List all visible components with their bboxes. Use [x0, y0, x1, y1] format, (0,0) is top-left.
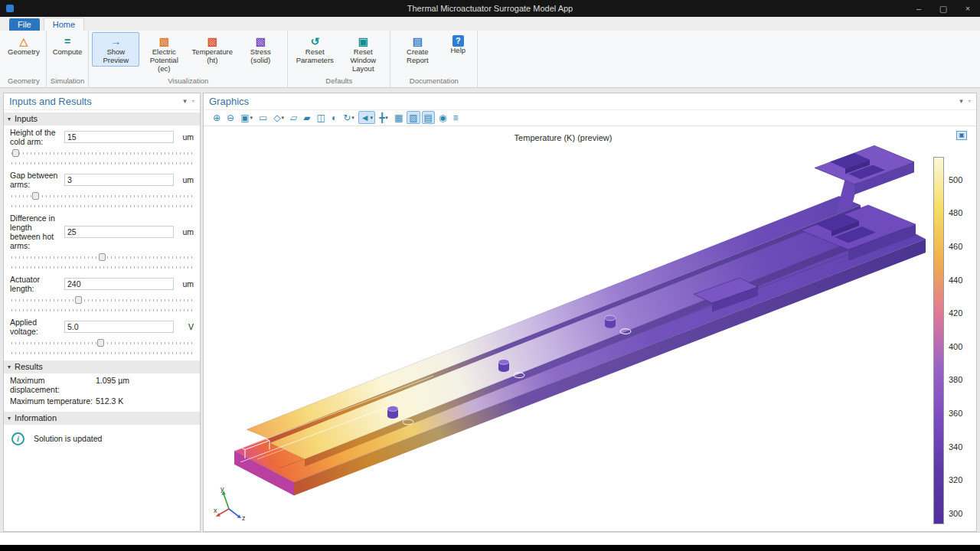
- ribbon-body: △GeometryGeometry=ComputeSimulation→Show…: [0, 31, 980, 87]
- close-button[interactable]: ×: [956, 4, 980, 14]
- print-glyph: ≡: [452, 112, 458, 123]
- help-icon: ?: [452, 35, 464, 47]
- plot-title: Temperature (K) (preview): [204, 133, 923, 142]
- pan-mode-dropdown[interactable]: ▾: [385, 115, 388, 121]
- axis-label-z: z: [242, 514, 246, 520]
- status-bar: [0, 532, 980, 545]
- section-inputs-label: Inputs: [15, 114, 38, 123]
- field-input-difference-in-length-between-hot-arms[interactable]: [64, 226, 174, 238]
- select-mode-glyph: ◄: [361, 112, 370, 123]
- ribbon-button-geometry[interactable]: △Geometry: [5, 32, 43, 58]
- select-mode-icon[interactable]: ◄▾: [358, 111, 375, 124]
- ribbon-button-help[interactable]: ?Help: [442, 32, 474, 57]
- ribbon-button-label: Reset Window Layout: [342, 48, 384, 73]
- section-inputs-header[interactable]: ▾ Inputs: [4, 112, 200, 126]
- select-mode-dropdown[interactable]: ▾: [371, 115, 374, 121]
- ribbon-button-reset-window-layout[interactable]: ▣Reset Window Layout: [339, 32, 387, 75]
- pin-icon[interactable]: ▫: [969, 97, 971, 105]
- field-slider-gap-between-arms[interactable]: [11, 191, 192, 210]
- transparency-icon[interactable]: ▨: [407, 111, 420, 124]
- field-input-gap-between-arms[interactable]: [64, 174, 174, 186]
- view-along-x-icon[interactable]: ▱: [288, 111, 299, 124]
- zoom-extents-icon[interactable]: ▣▾: [238, 111, 255, 124]
- ribbon-button-stress-solid[interactable]: ▧Stress (solid): [237, 32, 284, 67]
- ribbon-button-label: Stress (solid): [240, 48, 281, 65]
- slider-thumb[interactable]: [75, 296, 82, 304]
- hot-arm-front-face: [268, 205, 861, 444]
- field-label: Gap between arms:: [10, 171, 64, 189]
- section-results-header[interactable]: ▾ Results: [4, 360, 200, 373]
- colorbar-tick: 420: [949, 308, 962, 318]
- field-input-actuator-length[interactable]: [64, 278, 174, 290]
- substrate-front-face: [294, 239, 926, 495]
- slider-thumb[interactable]: [12, 149, 19, 157]
- go-to-default-view-icon[interactable]: ◇▾: [271, 111, 286, 124]
- zoom-box-icon[interactable]: ▭: [256, 111, 270, 124]
- minimize-button[interactable]: –: [906, 4, 931, 14]
- ribbon-button-show-preview[interactable]: →Show Preview: [92, 32, 139, 67]
- colorbar-tick: 480: [949, 208, 962, 217]
- actuator-3d-view[interactable]: [204, 126, 976, 531]
- ribbon-button-reset-parameters[interactable]: ↺Reset Parameters: [291, 32, 338, 67]
- view-along-y-icon[interactable]: ▰: [301, 111, 312, 124]
- go-to-default-view-dropdown[interactable]: ▾: [282, 115, 285, 121]
- hot-arm-top-face: [247, 196, 861, 439]
- zoom-box-glyph: ▭: [259, 112, 267, 123]
- view-along-z-icon[interactable]: ◫: [315, 111, 328, 124]
- tab-file[interactable]: File: [9, 18, 40, 31]
- create-report-icon: ▤: [413, 34, 423, 48]
- field-input-applied-voltage[interactable]: [64, 321, 174, 333]
- view-along-z-glyph: ◫: [317, 112, 325, 123]
- colorbar-tick: 440: [949, 276, 962, 285]
- geometry-icon: △: [19, 34, 28, 48]
- graphics-panel-title: Graphics: [209, 96, 959, 107]
- image-snapshot-icon[interactable]: ◉: [436, 111, 449, 124]
- left-panel-title: Inputs and Results: [9, 96, 183, 107]
- reset-window-layout-icon: ▣: [358, 34, 368, 48]
- ribbon-button-temperature-ht[interactable]: ▧Temperature (ht): [188, 32, 236, 67]
- axis-label-x: x: [214, 507, 217, 514]
- colorbar-tick: 360: [949, 409, 962, 418]
- zoom-in-icon[interactable]: ⊕: [211, 111, 223, 124]
- field-slider-height-of-the-cold-arm[interactable]: [11, 148, 192, 167]
- section-results-label: Results: [15, 362, 43, 371]
- ribbon: File Home △GeometryGeometry=ComputeSimul…: [0, 17, 980, 88]
- legend-toggle-icon[interactable]: ▣: [956, 131, 967, 140]
- rotate-view-icon[interactable]: ↻▾: [341, 111, 357, 124]
- panel-menu-chevron-icon[interactable]: ▾: [959, 97, 963, 105]
- window-title: Thermal Microactuator Surrogate Model Ap…: [0, 4, 980, 13]
- field-slider-actuator-length[interactable]: [11, 295, 192, 314]
- ribbon-button-compute[interactable]: =Compute: [50, 32, 86, 58]
- zoom-extents-dropdown[interactable]: ▾: [250, 115, 253, 121]
- zoom-out-icon[interactable]: ⊖: [224, 111, 237, 124]
- field-slider-difference-in-length-between-hot-arms[interactable]: [11, 253, 192, 271]
- rotate-view-dropdown[interactable]: ▾: [351, 115, 354, 121]
- maximize-button[interactable]: ▢: [931, 4, 956, 14]
- tab-home[interactable]: Home: [44, 18, 84, 31]
- info-icon: i: [11, 432, 24, 445]
- slider-thumb[interactable]: [99, 253, 106, 261]
- stress-icon: ▧: [256, 34, 266, 48]
- field-input-height-of-the-cold-arm[interactable]: [64, 131, 174, 143]
- ribbon-button-electric-potential-ec[interactable]: ▧Electric Potential (ec): [140, 32, 188, 75]
- section-information-header[interactable]: ▾ Information: [4, 412, 200, 425]
- show-preview-icon: →: [110, 34, 121, 48]
- pan-mode-icon[interactable]: ╋▾: [377, 111, 390, 124]
- ribbon-button-create-report[interactable]: ▤Create Report: [394, 32, 441, 67]
- colorbar-tick: 460: [949, 242, 962, 251]
- pan-mode-glyph: ╋: [379, 112, 384, 123]
- graphics-canvas[interactable]: Temperature (K) (preview): [204, 126, 976, 531]
- ribbon-group-label-defaults: Defaults: [291, 75, 387, 86]
- panel-menu-chevron-icon[interactable]: ▾: [183, 97, 187, 105]
- field-label: Applied voltage:: [10, 318, 64, 336]
- zoom-in-glyph: ⊕: [213, 112, 220, 123]
- image-snapshot-glyph: ◉: [439, 112, 446, 123]
- slider-thumb[interactable]: [97, 339, 104, 347]
- pin-icon[interactable]: ▫: [192, 97, 194, 105]
- show-grid-icon[interactable]: ▦: [392, 111, 405, 124]
- field-slider-applied-voltage[interactable]: [11, 338, 192, 357]
- wireframe-rendering-icon[interactable]: ▤: [422, 111, 435, 124]
- slider-thumb[interactable]: [32, 192, 39, 200]
- print-icon[interactable]: ≡: [450, 111, 460, 124]
- scene-light-icon[interactable]: ◐: [329, 111, 339, 124]
